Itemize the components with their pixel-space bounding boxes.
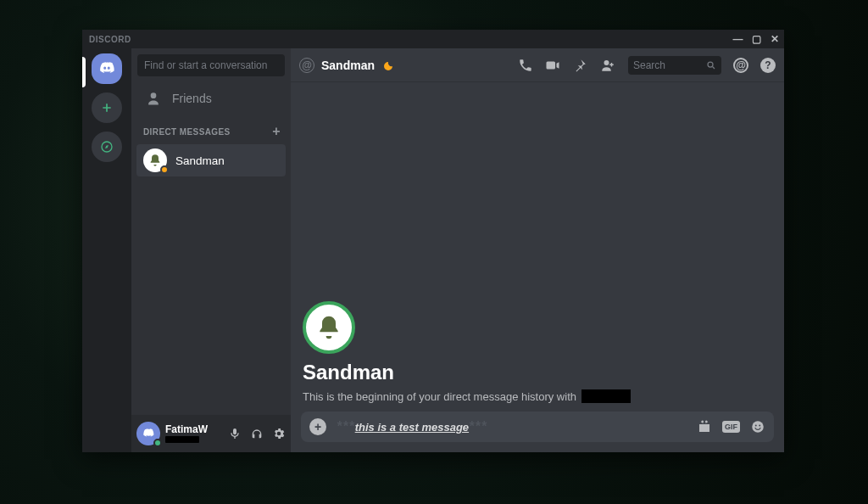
search-placeholder: Find or start a conversation [144, 59, 267, 71]
home-button[interactable] [92, 53, 122, 84]
self-names: FatimaW [165, 424, 208, 443]
self-username: FatimaW [165, 424, 208, 435]
explore-button[interactable] [92, 132, 122, 162]
minimize-button[interactable]: — [733, 33, 744, 45]
message-search[interactable]: Search [628, 56, 721, 75]
dm-header-label: DIRECT MESSAGES [143, 127, 231, 137]
composer-content[interactable]: ***this is a test message*** [337, 419, 487, 434]
mute-button[interactable] [228, 427, 242, 440]
pin-icon [572, 58, 587, 73]
mic-icon [228, 427, 242, 440]
maximize-button[interactable]: ▢ [752, 33, 762, 45]
dm-name: Sandman [175, 154, 225, 167]
status-idle-icon [160, 165, 169, 174]
svg-point-3 [755, 425, 757, 427]
gift-button[interactable] [697, 419, 712, 434]
gift-icon [697, 419, 712, 434]
history-text: This is the beginning of your direct mes… [303, 389, 772, 403]
self-avatar[interactable] [136, 422, 160, 445]
create-dm-button[interactable]: + [272, 124, 281, 139]
message-composer[interactable]: + ***this is a test message*** GIF [301, 412, 774, 442]
settings-button[interactable] [272, 427, 286, 440]
contact-big-name: Sandman [303, 361, 772, 384]
video-icon [545, 58, 560, 73]
friends-label: Friends [172, 92, 212, 105]
bell-avatar-icon [148, 154, 162, 167]
emoji-icon [750, 419, 765, 434]
plus-icon [100, 101, 114, 115]
discord-logo-icon [97, 59, 116, 78]
status-online-icon [153, 439, 162, 447]
video-call-button[interactable] [545, 58, 560, 73]
mentions-button[interactable]: @ [733, 58, 748, 73]
voice-call-button[interactable] [518, 58, 533, 73]
status-idle-icon [383, 61, 392, 70]
dm-item-sandman[interactable]: Sandman [136, 144, 286, 176]
svg-point-2 [752, 421, 764, 433]
discord-logo-icon [142, 427, 155, 440]
search-placeholder: Search [633, 59, 665, 71]
chat-title: Sandman [321, 59, 375, 72]
friends-nav[interactable]: Friends [136, 83, 286, 114]
dm-sidebar: Find or start a conversation Friends DIR… [131, 48, 291, 452]
search-icon [706, 60, 716, 70]
discord-window: DISCORD — ▢ ✕ Find or start a conversati… [82, 30, 784, 452]
redacted-tag [581, 389, 631, 403]
svg-point-1 [708, 62, 713, 67]
close-button[interactable]: ✕ [771, 33, 780, 45]
svg-point-4 [759, 425, 760, 427]
help-button[interactable]: ? [760, 58, 776, 73]
chat-header: @ Sandman [291, 48, 784, 82]
friends-icon [145, 90, 162, 107]
message-list: Sandman This is the beginning of your di… [291, 82, 784, 412]
dm-avatar [143, 148, 167, 172]
gear-icon [272, 427, 286, 440]
add-friends-button[interactable] [599, 58, 616, 73]
titlebar: DISCORD — ▢ ✕ [82, 30, 784, 48]
gif-button[interactable]: GIF [722, 421, 740, 433]
pinned-button[interactable] [572, 58, 587, 73]
deafen-button[interactable] [250, 427, 264, 440]
headphones-icon [250, 427, 264, 440]
attach-button[interactable]: + [309, 418, 326, 435]
add-server-button[interactable] [92, 92, 122, 123]
add-user-icon [599, 58, 616, 73]
server-list [82, 48, 131, 452]
app-brand: DISCORD [89, 35, 131, 44]
user-panel: FatimaW [131, 415, 291, 452]
conversation-search[interactable]: Find or start a conversation [137, 54, 285, 76]
phone-icon [518, 58, 533, 73]
chat-main: @ Sandman [291, 48, 784, 452]
bell-avatar-icon [315, 314, 342, 341]
emoji-button[interactable] [750, 419, 765, 434]
contact-big-avatar [303, 301, 355, 354]
self-tag-redacted [165, 436, 199, 443]
compass-icon [100, 140, 114, 154]
at-icon: @ [299, 58, 314, 73]
selected-server-pill [82, 57, 86, 87]
dm-section-header: DIRECT MESSAGES + [131, 115, 291, 143]
